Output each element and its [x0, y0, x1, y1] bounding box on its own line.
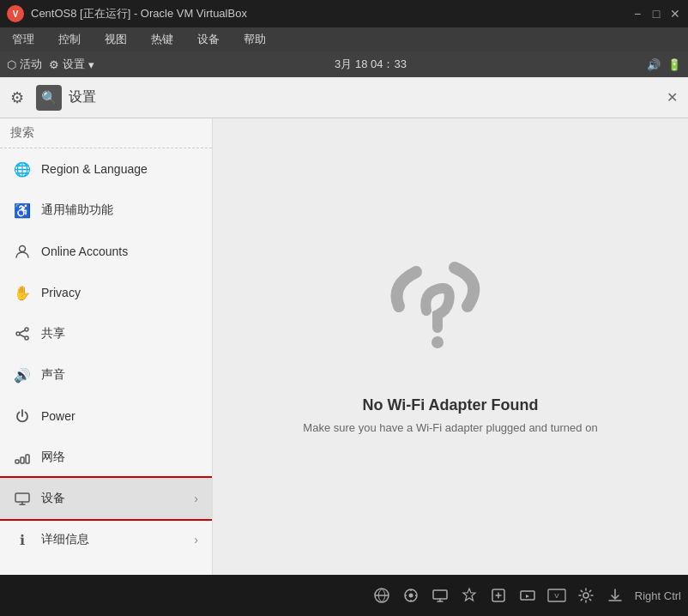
settings-panel-title: 设置 — [69, 88, 96, 106]
sidebar-item-sound[interactable]: 🔊 声音 — [0, 354, 212, 396]
no-wifi-subtitle: Make sure you have a Wi-Fi adapter plugg… — [303, 421, 597, 434]
window-controls: − □ ✕ — [631, 8, 681, 20]
svg-rect-14 — [433, 590, 447, 599]
online-accounts-icon — [14, 243, 31, 260]
menu-hotkey[interactable]: 热键 — [146, 30, 178, 49]
region-icon: 🌐 — [14, 160, 31, 178]
menu-bar: 管理 控制 视图 热键 设备 帮助 — [0, 27, 688, 51]
settings-panel-gear-icon: ⚙ — [10, 88, 29, 107]
vm-taskbar: V Right Ctrl — [0, 575, 688, 616]
taskbar-icon-1[interactable] — [398, 583, 424, 608]
svg-point-3 — [25, 336, 28, 340]
search-button[interactable]: 🔍 — [36, 85, 62, 111]
svg-rect-6 — [15, 460, 19, 463]
svg-point-1 — [25, 328, 28, 331]
menu-help[interactable]: 帮助 — [238, 30, 271, 49]
sidebar-item-privacy-label: Privacy — [41, 286, 198, 299]
wifi-icon-container — [382, 259, 519, 379]
settings-close-button[interactable]: ✕ — [667, 89, 678, 106]
no-wifi-icon — [382, 259, 519, 379]
title-bar: V CentOS8 [正在运行] - Oracle VM VirtualBox … — [0, 0, 688, 27]
volume-icon: 🔊 — [647, 58, 661, 71]
activity-icon: ⬡ — [7, 58, 16, 71]
sidebar-item-online-accounts-label: Online Accounts — [41, 245, 198, 258]
activity-label: 活动 — [20, 57, 42, 72]
no-wifi-title: No Wi-Fi Adapter Found — [362, 396, 538, 414]
sidebar-item-online-accounts[interactable]: Online Accounts — [0, 231, 212, 272]
sidebar-item-privacy[interactable]: ✋ Privacy — [0, 272, 212, 313]
svg-line-5 — [20, 335, 25, 337]
minimize-button[interactable]: − — [631, 8, 643, 20]
svg-rect-9 — [15, 493, 29, 502]
sidebar-item-accessibility[interactable]: ♿ 通用辅助功能 — [0, 190, 212, 231]
maximize-button[interactable]: □ — [650, 8, 662, 20]
svg-line-4 — [20, 330, 25, 333]
sidebar-item-power-label: Power — [41, 409, 198, 423]
privacy-icon: ✋ — [14, 284, 31, 301]
sidebar-item-devices-label: 设备 — [41, 491, 184, 506]
battery-icon: 🔋 — [667, 58, 681, 71]
taskbar-icon-2[interactable] — [427, 583, 453, 608]
taskbar-icon-download[interactable] — [602, 583, 628, 608]
sidebar-item-network-label: 网络 — [41, 450, 198, 465]
sidebar: 搜索 🌐 Region & Language ♿ 通用辅助功能 Online A… — [0, 118, 213, 575]
share-icon — [14, 325, 31, 342]
svg-point-13 — [408, 594, 413, 598]
sidebar-item-sound-label: 声音 — [41, 367, 198, 383]
accessibility-icon: ♿ — [14, 202, 31, 219]
sidebar-item-network[interactable]: 网络 — [0, 437, 212, 478]
power-icon — [14, 408, 31, 425]
settings-header: ⚙ 🔍 设置 ✕ — [0, 77, 688, 118]
window-title: CentOS8 [正在运行] - Oracle VM VirtualBox — [31, 6, 631, 21]
close-button[interactable]: ✕ — [669, 8, 681, 20]
svg-point-10 — [432, 336, 444, 348]
taskbar-icon-0[interactable] — [369, 583, 395, 608]
main-content-area: No Wi-Fi Adapter Found Make sure you hav… — [213, 118, 688, 575]
sidebar-item-accessibility-label: 通用辅助功能 — [41, 202, 198, 218]
search-icon: 🔍 — [41, 90, 57, 106]
menu-devices[interactable]: 设备 — [192, 30, 225, 49]
sound-icon: 🔊 — [14, 366, 31, 383]
sidebar-item-share[interactable]: 共享 — [0, 313, 212, 354]
sidebar-item-region-label: Region & Language — [41, 162, 198, 176]
taskbar-icon-6[interactable]: V — [544, 583, 570, 608]
svg-point-19 — [583, 593, 588, 598]
right-ctrl-label: Right Ctrl — [635, 589, 681, 602]
sidebar-item-share-label: 共享 — [41, 326, 198, 341]
taskbar-icon-7[interactable] — [573, 583, 599, 608]
about-icon: ℹ — [14, 531, 31, 548]
sidebar-item-power[interactable]: Power — [0, 396, 212, 437]
about-arrow-icon: › — [194, 533, 198, 547]
datetime-display: 3月 18 04：33 — [335, 57, 407, 70]
sidebar-item-about-label: 详细信息 — [41, 532, 184, 547]
svg-rect-8 — [26, 455, 29, 463]
settings-content: 搜索 🌐 Region & Language ♿ 通用辅助功能 Online A… — [0, 118, 688, 575]
devices-icon — [14, 490, 31, 507]
menu-manage[interactable]: 管理 — [7, 30, 39, 49]
sidebar-item-region[interactable]: 🌐 Region & Language — [0, 148, 212, 190]
taskbar-icon-3[interactable] — [456, 583, 482, 608]
sidebar-search-hint: 搜索 — [0, 118, 212, 148]
devices-arrow-icon: › — [194, 492, 198, 505]
vm-toolbar: ⬡ 活动 ⚙ 设置 ▾ 3月 18 04：33 🔊 🔋 — [0, 51, 688, 77]
menu-view[interactable]: 视图 — [100, 30, 132, 49]
menu-control[interactable]: 控制 — [53, 30, 86, 49]
settings-gear-icon: ⚙ — [49, 58, 59, 71]
activity-button[interactable]: ⬡ 活动 — [7, 57, 42, 72]
sidebar-item-devices[interactable]: 设备 › — [0, 478, 212, 519]
taskbar-icon-5[interactable] — [515, 583, 540, 608]
svg-point-2 — [16, 332, 20, 335]
app-icon: V — [7, 5, 24, 22]
settings-dropdown-icon: ▾ — [88, 58, 94, 71]
settings-button[interactable]: ⚙ 设置 ▾ — [49, 57, 94, 72]
network-icon — [14, 449, 31, 466]
svg-point-0 — [20, 246, 26, 252]
sidebar-item-about[interactable]: ℹ 详细信息 › — [0, 519, 212, 560]
settings-label: 设置 — [63, 57, 85, 72]
taskbar-icon-4[interactable] — [486, 583, 511, 608]
svg-rect-7 — [21, 457, 24, 463]
svg-text:V: V — [554, 592, 559, 600]
